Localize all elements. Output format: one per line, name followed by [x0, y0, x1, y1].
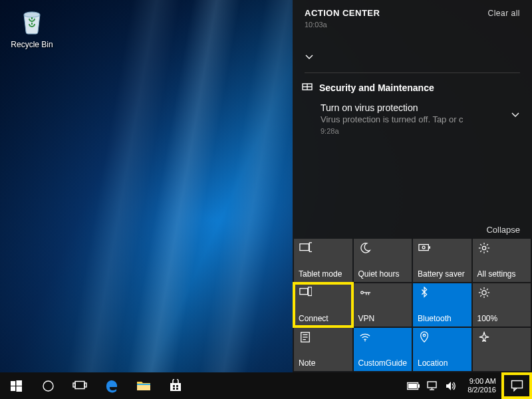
- svg-point-37: [364, 340, 366, 342]
- quick-action-label: Location: [418, 358, 467, 368]
- svg-point-20: [360, 291, 363, 294]
- quick-action-note[interactable]: Note: [294, 328, 352, 371]
- taskbar: 9:00 AM 8/2/2016: [0, 372, 532, 399]
- svg-rect-49: [170, 383, 181, 391]
- edge-button[interactable]: [96, 372, 128, 399]
- action-center-icon: [511, 380, 523, 392]
- notification-group-security: Security and Maintenance Turn on virus p…: [293, 82, 532, 135]
- quick-actions-grid: Tablet modeQuiet hoursBattery saverAll s…: [293, 239, 532, 372]
- volume-icon: [446, 381, 457, 391]
- collapse-button[interactable]: Collapse: [486, 225, 520, 235]
- quick-action-airplane[interactable]: [473, 328, 531, 371]
- notification-group-title: Security and Maintenance: [319, 82, 434, 93]
- svg-line-29: [480, 289, 481, 290]
- file-explorer-button[interactable]: [128, 372, 160, 399]
- gear-icon: [477, 242, 527, 254]
- quick-action-brightness[interactable]: 100%: [473, 283, 531, 327]
- notification-group-header[interactable]: Security and Maintenance: [302, 82, 520, 93]
- svg-rect-4: [300, 244, 309, 251]
- quick-action-label: Battery saver: [418, 269, 467, 279]
- svg-rect-56: [408, 384, 417, 388]
- svg-point-38: [423, 334, 426, 337]
- notification-body: Virus protection is turned off. Tap or c: [321, 114, 520, 124]
- clock-time: 9:00 AM: [467, 377, 496, 386]
- svg-rect-7: [429, 246, 430, 249]
- notification-expand-button[interactable]: [511, 110, 520, 120]
- windows-icon: [11, 380, 22, 392]
- svg-line-32: [486, 289, 487, 290]
- quick-action-tablet-mode[interactable]: Tablet mode: [294, 239, 352, 282]
- desktop-icon-recycle-bin[interactable]: Recycle Bin: [7, 5, 57, 49]
- quick-action-location[interactable]: Location: [413, 328, 471, 371]
- svg-rect-55: [418, 384, 420, 388]
- system-tray[interactable]: [402, 372, 462, 399]
- svg-line-15: [486, 251, 487, 252]
- start-button[interactable]: [0, 372, 32, 399]
- quick-action-label: Connect: [299, 314, 348, 323]
- clock-date: 8/2/2016: [467, 386, 496, 394]
- taskbar-clock[interactable]: 9:00 AM 8/2/2016: [462, 377, 501, 394]
- svg-rect-5: [309, 243, 312, 252]
- quick-action-label: VPN: [358, 314, 408, 323]
- svg-rect-53: [176, 388, 178, 390]
- svg-rect-18: [300, 289, 308, 295]
- quick-action-label: All settings: [477, 269, 527, 279]
- quick-action-quiet-hours[interactable]: Quiet hours: [354, 239, 412, 282]
- expand-notification-button[interactable]: [293, 34, 532, 68]
- quick-action-label: Bluetooth: [418, 314, 467, 323]
- cortana-button[interactable]: [32, 372, 64, 399]
- vpn-icon: [358, 287, 408, 299]
- store-icon: [169, 379, 182, 392]
- svg-line-16: [480, 251, 481, 252]
- store-button[interactable]: [160, 372, 192, 399]
- quick-action-connect[interactable]: Connect: [294, 283, 352, 327]
- notification-item[interactable]: Turn on virus protection Virus protectio…: [302, 102, 520, 135]
- edge-icon: [104, 378, 119, 393]
- svg-line-17: [486, 244, 487, 245]
- svg-rect-44: [75, 382, 84, 389]
- connect-icon: [299, 287, 348, 299]
- svg-rect-45: [73, 383, 75, 387]
- quick-action-label: 100%: [477, 314, 527, 323]
- moon-icon: [358, 242, 408, 254]
- svg-rect-50: [173, 385, 175, 387]
- quick-action-label: Tablet mode: [299, 269, 348, 279]
- quick-action-label: CustomGuide: [358, 358, 408, 368]
- svg-point-43: [43, 381, 53, 391]
- airplane-icon: [477, 331, 527, 343]
- divider: [305, 72, 520, 73]
- bluetooth-icon: [418, 287, 467, 299]
- svg-rect-39: [11, 381, 15, 386]
- action-center-title: ACTION CENTER: [305, 8, 380, 18]
- quick-action-vpn[interactable]: VPN: [354, 283, 412, 327]
- action-center-panel: ACTION CENTER Clear all 10:03a Security …: [293, 0, 532, 372]
- quick-action-bluetooth[interactable]: Bluetooth: [413, 283, 471, 327]
- sun-icon: [477, 287, 527, 299]
- clear-all-button[interactable]: Clear all: [487, 9, 520, 18]
- svg-rect-46: [84, 383, 86, 387]
- tablet-icon: [299, 242, 348, 254]
- quick-action-battery-saver[interactable]: Battery saver: [413, 239, 471, 282]
- folder-icon: [136, 380, 151, 392]
- chevron-down-icon: [511, 110, 520, 120]
- svg-line-31: [480, 295, 481, 297]
- network-icon: [427, 381, 439, 391]
- action-center-button[interactable]: [501, 372, 532, 399]
- svg-rect-52: [173, 388, 175, 390]
- svg-rect-60: [511, 381, 522, 388]
- recycle-bin-icon: [16, 5, 48, 37]
- svg-rect-6: [419, 245, 428, 251]
- cortana-icon: [42, 380, 55, 392]
- battery-icon: [418, 242, 467, 254]
- svg-point-24: [481, 291, 485, 295]
- quick-action-all-settings[interactable]: All settings: [473, 239, 531, 282]
- svg-rect-41: [11, 386, 15, 391]
- svg-rect-42: [16, 386, 22, 392]
- flag-icon: [302, 82, 313, 93]
- quick-action-label: Note: [299, 358, 348, 368]
- quick-action-customguide[interactable]: CustomGuide: [354, 328, 412, 371]
- svg-rect-48: [137, 384, 150, 385]
- task-view-icon: [72, 380, 87, 392]
- task-view-button[interactable]: [64, 372, 96, 399]
- svg-line-14: [480, 244, 481, 245]
